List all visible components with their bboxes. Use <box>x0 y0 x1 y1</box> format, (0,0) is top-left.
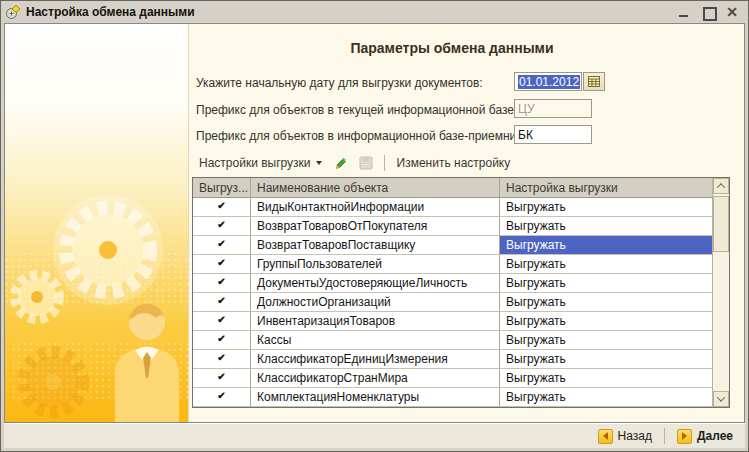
chevron-up-icon <box>717 183 725 191</box>
object-name-cell[interactable]: Кассы <box>251 331 500 349</box>
setting-cell[interactable]: Выгружать <box>500 331 712 349</box>
sidebar-artwork <box>5 24 189 422</box>
setting-cell[interactable] <box>500 407 712 408</box>
content-panel: Параметры обмена данными Укажите начальн… <box>190 24 744 422</box>
chevron-down-icon <box>717 393 725 401</box>
row-checkbox[interactable] <box>193 407 251 408</box>
table-row: ✔ КлассификаторСтранМира Выгружать <box>193 369 712 388</box>
table-row: ✔ КлассификаторЕдиницИзмерения Выгружать <box>193 350 712 369</box>
object-name-cell[interactable]: ВидыКонтактнойИнформации <box>251 198 500 216</box>
prefix-receiver-input[interactable]: БК <box>514 125 592 144</box>
close-icon[interactable]: ✕ <box>726 6 738 18</box>
next-button[interactable]: Далее <box>673 427 737 446</box>
maximize-icon[interactable] <box>702 6 714 18</box>
setting-cell[interactable]: Выгружать <box>500 217 712 235</box>
table-header: Выгруз... Наименование объекта Настройка… <box>193 178 712 198</box>
row-checkbox[interactable]: ✔ <box>193 255 251 273</box>
save-icon <box>359 156 373 170</box>
prefix-current-input: ЦУ <box>514 99 592 118</box>
setting-cell[interactable]: Выгружать <box>500 274 712 292</box>
prefix-receiver-label: Префикс для объектов в информационной ба… <box>196 129 532 143</box>
save-button <box>357 154 375 172</box>
row-checkbox[interactable]: ✔ <box>193 369 251 387</box>
prefix-receiver-field: БК <box>514 125 592 144</box>
row-checkbox[interactable]: ✔ <box>193 388 251 406</box>
pencil-icon <box>334 156 348 170</box>
scroll-up-button[interactable] <box>713 178 729 194</box>
gears-person-illustration <box>5 192 189 422</box>
object-name-cell[interactable]: КлассификаторЕдиницИзмерения <box>251 350 500 368</box>
back-button-label: Назад <box>618 429 652 443</box>
setting-cell[interactable]: Выгружать <box>500 255 712 273</box>
arrow-left-icon <box>598 429 613 444</box>
column-header-export[interactable]: Выгруз... <box>193 178 251 197</box>
table-row: ✔ ДолжностиОрганизаций Выгружать <box>193 293 712 312</box>
setting-cell[interactable]: Выгружать <box>500 293 712 311</box>
object-name-cell[interactable]: ВозвратТоваровПоставщику <box>251 236 500 254</box>
setting-cell[interactable]: Выгружать <box>500 350 712 368</box>
vertical-scrollbar[interactable] <box>712 178 729 407</box>
edit-setting-button[interactable]: Изменить настройку <box>394 154 514 172</box>
toolbar-separator <box>384 155 385 171</box>
minimize-icon[interactable] <box>678 6 690 18</box>
export-settings-dropdown[interactable]: Настройки выгрузки <box>196 154 325 172</box>
setting-cell[interactable]: Выгружать <box>500 312 712 330</box>
table-toolbar: Настройки выгрузки <box>196 152 513 174</box>
row-checkbox[interactable]: ✔ <box>193 198 251 216</box>
prefix-current-field: ЦУ <box>514 99 592 118</box>
object-name-cell[interactable]: ИнвентаризацияТоваров <box>251 312 500 330</box>
row-checkbox[interactable]: ✔ <box>193 293 251 311</box>
setting-cell[interactable]: Выгружать <box>500 198 712 216</box>
title-bar[interactable]: Настройка обмена данными ✕ <box>1 1 748 23</box>
setting-cell[interactable]: Выгружать <box>500 236 712 254</box>
object-name-cell[interactable]: КомплектацияНоменклатуры <box>251 388 500 406</box>
row-checkbox[interactable]: ✔ <box>193 350 251 368</box>
table-row: ✔ ВозвратТоваровОтПокупателя Выгружать <box>193 217 712 236</box>
table-row: ✔ ДокументыУдостоверяющиеЛичность Выгруж… <box>193 274 712 293</box>
window-title: Настройка обмена данными <box>26 5 673 19</box>
column-header-export-setting[interactable]: Настройка выгрузки <box>500 178 712 197</box>
calendar-icon <box>588 76 600 87</box>
table-row: ✔ ИнвентаризацияТоваров Выгружать <box>193 312 712 331</box>
table-row: ✔ ГруппыПользователей Выгружать <box>193 255 712 274</box>
back-button[interactable]: Назад <box>594 427 656 446</box>
wizard-footer: Назад Далее <box>4 423 745 448</box>
object-name-cell[interactable]: ДолжностиОрганизаций <box>251 293 500 311</box>
row-checkbox[interactable]: ✔ <box>193 312 251 330</box>
object-name-cell[interactable]: КлассификаторСтранМира <box>251 369 500 387</box>
row-checkbox[interactable]: ✔ <box>193 236 251 254</box>
page-title: Параметры обмена данными <box>190 40 714 56</box>
scrollbar-thumb[interactable] <box>713 196 729 252</box>
work-area: Параметры обмена данными Укажите начальн… <box>4 23 745 423</box>
exchange-icon <box>5 4 21 20</box>
export-objects-table: Выгруз... Наименование объекта Настройка… <box>192 177 730 408</box>
edit-pencil-button[interactable] <box>332 154 350 172</box>
calendar-button[interactable] <box>583 72 605 91</box>
footer-separator <box>664 428 665 444</box>
table-body: ✔ ВидыКонтактнойИнформации Выгружать ✔ В… <box>193 198 712 408</box>
start-date-label: Укажите начальную дату для выгрузки доку… <box>196 76 483 90</box>
next-button-label: Далее <box>697 429 733 443</box>
dialog-window: Настройка обмена данными ✕ <box>0 0 749 452</box>
export-settings-dropdown-label: Настройки выгрузки <box>199 156 311 170</box>
start-date-field: 01.01.2012 <box>514 72 605 91</box>
object-name-cell[interactable] <box>251 407 500 408</box>
setting-cell[interactable]: Выгружать <box>500 369 712 387</box>
object-name-cell[interactable]: ДокументыУдостоверяющиеЛичность <box>251 274 500 292</box>
row-checkbox[interactable]: ✔ <box>193 274 251 292</box>
start-date-input[interactable]: 01.01.2012 <box>514 72 582 91</box>
chevron-down-icon <box>316 161 322 165</box>
column-header-object-name[interactable]: Наименование объекта <box>251 178 500 197</box>
row-checkbox[interactable]: ✔ <box>193 331 251 349</box>
object-name-cell[interactable]: ВозвратТоваровОтПокупателя <box>251 217 500 235</box>
row-checkbox[interactable]: ✔ <box>193 217 251 235</box>
scroll-down-button[interactable] <box>713 391 729 407</box>
table-row: ✔ ВидыКонтактнойИнформации Выгружать <box>193 198 712 217</box>
table-row: ✔ Кассы Выгружать <box>193 331 712 350</box>
arrow-right-icon <box>677 429 692 444</box>
table-row: ✔ КомплектацияНоменклатуры Выгружать <box>193 388 712 407</box>
setting-cell[interactable]: Выгружать <box>500 388 712 406</box>
object-name-cell[interactable]: ГруппыПользователей <box>251 255 500 273</box>
table-row <box>193 407 712 408</box>
start-date-value: 01.01.2012 <box>518 75 580 89</box>
